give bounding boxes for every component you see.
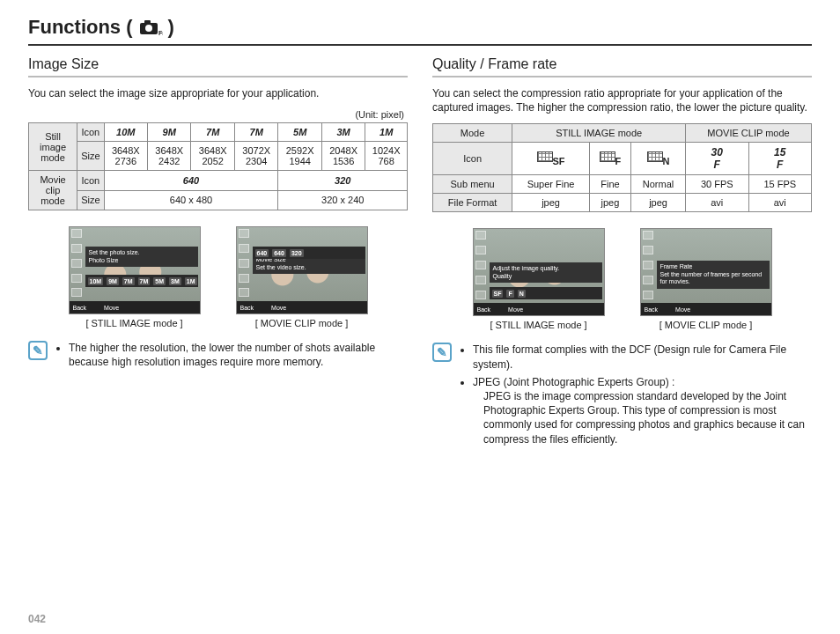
- page-number: 042: [28, 613, 46, 625]
- still-size: 3648X 2052: [191, 142, 234, 171]
- move-label: Move: [271, 305, 286, 311]
- size-strip: 10M9M7M7M5M3M1M: [85, 275, 198, 287]
- movie-icon: 640: [183, 175, 199, 186]
- caption: [ STILL IMAGE mode ]: [85, 318, 182, 328]
- still-icon: 3M: [336, 127, 350, 137]
- still-icon: 9M: [163, 127, 176, 137]
- footer-bar: Back Move: [237, 301, 367, 313]
- note-block: ✎ The higher the resolution, the lower t…: [28, 341, 408, 372]
- back-label: Back: [477, 306, 491, 313]
- icon-label: Icon: [77, 171, 104, 191]
- footer-bar: Back Move: [641, 303, 771, 315]
- still-icon: 7M: [206, 127, 219, 137]
- move-label: Move: [675, 306, 690, 313]
- still-size: 3648X 2432: [148, 142, 191, 171]
- still-mode-label: Still image mode: [29, 123, 77, 171]
- side-icons: [239, 229, 251, 312]
- note-block: ✎ This file format complies with the DCF…: [432, 343, 812, 449]
- submenu-val: Normal: [631, 175, 686, 194]
- quality-intro: You can select the compression ratio app…: [432, 86, 812, 114]
- still-mode-header: STILL IMAGE mode: [512, 124, 686, 143]
- movie-size: 320 x 240: [278, 190, 408, 210]
- still-icon: 5M: [293, 127, 306, 137]
- svg-point-2: [145, 25, 152, 32]
- fileformat-val: jpeg: [589, 194, 630, 212]
- movie-mode-label: Movie clip mode: [29, 171, 77, 210]
- move-label: Move: [104, 305, 119, 311]
- help-text: Frame Rate Set the number of frames per …: [657, 261, 770, 288]
- movie-size: 640 x 480: [104, 190, 278, 210]
- caption: [ STILL IMAGE mode ]: [490, 320, 586, 330]
- fps-icon: 15F: [748, 143, 812, 175]
- mode-label: Mode: [433, 124, 512, 143]
- size-label: Size: [77, 142, 104, 171]
- still-size: 3648X 2736: [104, 142, 147, 171]
- movie-mode-screenshot: Movie Size Set the video size. 640640320…: [236, 226, 368, 314]
- quality-still-screenshot: Adjust the image quality. Quality SFFN B…: [473, 228, 605, 316]
- caption: [ MOVIE CLIP mode ]: [659, 320, 753, 330]
- side-icons: [71, 229, 84, 312]
- movie-icon: 320: [335, 175, 350, 186]
- quality-strip: SFFN: [490, 287, 602, 299]
- image-size-table: Still image mode Icon 10M 9M 7M 7M 5M 3M…: [28, 122, 408, 210]
- note-text: The higher the resolution, the lower the…: [69, 341, 408, 369]
- title-prefix: Functions (: [28, 16, 133, 39]
- quality-icon: F: [589, 143, 630, 175]
- icon-label: Icon: [77, 123, 104, 142]
- still-size: 3072X 2304: [234, 142, 277, 171]
- submenu-val: Super Fine: [512, 175, 590, 194]
- title-suffix: ): [168, 16, 174, 39]
- still-icon: 1M: [379, 127, 393, 137]
- page-title: Functions ( Fn ): [28, 16, 812, 46]
- unit-label: (Unit: pixel): [28, 109, 404, 120]
- image-size-intro: You can select the image size appropriat…: [28, 86, 408, 100]
- quality-heading: Quality / Frame rate: [432, 51, 812, 77]
- fileformat-label: File Format: [433, 194, 512, 212]
- help-text: Set the photo size. Photo Size: [85, 247, 198, 267]
- quality-movie-screenshot: Frame Rate Set the number of frames per …: [640, 228, 772, 316]
- note-icon: ✎: [432, 343, 452, 362]
- caption: [ MOVIE CLIP mode ]: [255, 318, 349, 328]
- image-size-heading: Image Size: [28, 51, 408, 77]
- side-icons: [475, 231, 488, 313]
- left-column: Image Size You can select the image size…: [28, 51, 408, 450]
- right-column: Quality / Frame rate You can select the …: [432, 51, 812, 450]
- icon-label: Icon: [433, 143, 512, 175]
- quality-table: Mode STILL IMAGE mode MOVIE CLIP mode Ic…: [432, 123, 812, 212]
- note-icon: ✎: [28, 341, 48, 360]
- movie-mode-header: MOVIE CLIP mode: [686, 124, 812, 143]
- still-size: 1024X 768: [365, 142, 408, 171]
- fileformat-val: jpeg: [512, 194, 590, 212]
- fileformat-val: jpeg: [631, 194, 686, 212]
- submenu-label: Sub menu: [433, 175, 512, 194]
- still-size: 2592X 1944: [278, 142, 321, 171]
- submenu-val: Fine: [589, 175, 630, 194]
- note-text: JPEG (Joint Photographic Experts Group) …: [473, 375, 812, 446]
- submenu-val: 15 FPS: [748, 175, 812, 194]
- fileformat-val: avi: [686, 194, 748, 212]
- note-text: This file format complies with the DCF (…: [473, 343, 812, 371]
- submenu-val: 30 FPS: [686, 175, 748, 194]
- side-icons: [643, 231, 655, 313]
- fps-icon: 30F: [686, 143, 748, 175]
- still-size: 2048X 1536: [321, 142, 365, 171]
- footer-bar: Back Move: [70, 301, 200, 313]
- back-label: Back: [240, 305, 254, 311]
- quality-icon: SF: [512, 143, 590, 175]
- still-icon: 7M: [250, 127, 263, 137]
- footer-bar: Back Move: [474, 303, 604, 315]
- back-label: Back: [645, 306, 659, 313]
- svg-text:Fn: Fn: [158, 30, 163, 36]
- still-mode-screenshot: Set the photo size. Photo Size 10M9M7M7M…: [69, 226, 201, 314]
- quality-icon: N: [631, 143, 686, 175]
- move-label: Move: [508, 306, 523, 313]
- fileformat-val: avi: [748, 194, 812, 212]
- svg-rect-1: [144, 20, 151, 24]
- back-label: Back: [73, 305, 87, 311]
- size-label: Size: [77, 190, 104, 210]
- still-icon: 10M: [116, 127, 135, 137]
- size-strip: 640640320: [253, 247, 365, 259]
- camera-fn-icon: Fn: [138, 18, 163, 36]
- help-text: Adjust the image quality. Quality: [490, 262, 602, 283]
